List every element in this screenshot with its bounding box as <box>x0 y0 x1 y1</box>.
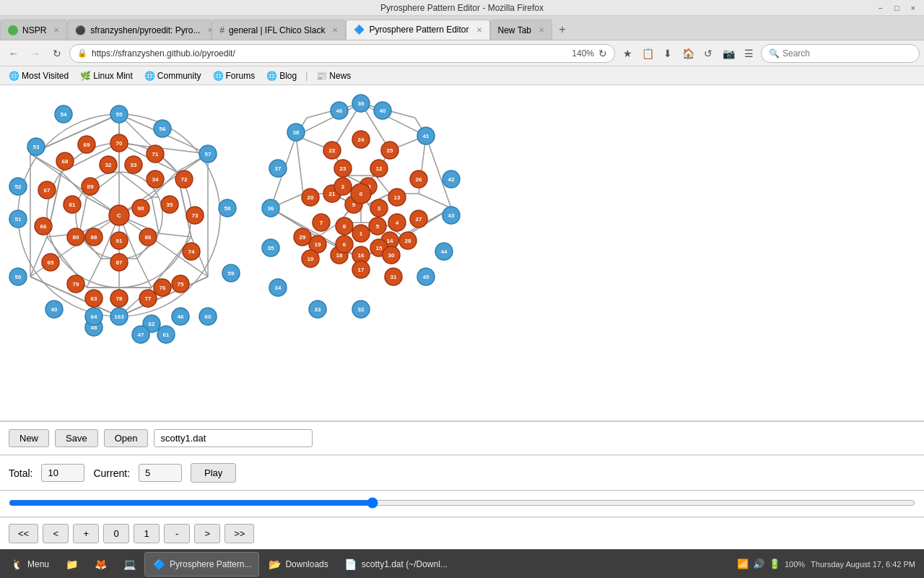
total-input[interactable] <box>41 464 84 482</box>
plus-btn[interactable]: + <box>73 524 99 543</box>
taskbar-pyrosphere[interactable]: 🔷 Pyrosphere Pattern... <box>144 552 259 577</box>
svg-text:52: 52 <box>15 184 22 190</box>
downloads-icon: 📂 <box>268 558 281 571</box>
system-tray: 📶 🔊 🔋 100% <box>737 558 805 569</box>
tab-close-newtab[interactable]: ✕ <box>539 26 544 34</box>
zoom-badge[interactable]: 140% <box>572 48 594 59</box>
bookmark-news[interactable]: 📰 News <box>313 69 354 82</box>
svg-text:32: 32 <box>358 306 365 313</box>
svg-text:31: 31 <box>391 274 397 280</box>
home-btn[interactable]: 🏠 <box>679 44 697 63</box>
tab-close-ifl[interactable]: ✕ <box>332 26 338 34</box>
svg-text:56: 56 <box>160 126 166 132</box>
taskbar-browser[interactable]: 🦊 <box>87 552 114 577</box>
svg-text:49: 49 <box>51 306 58 313</box>
new-tab-btn[interactable]: + <box>552 20 572 40</box>
tab-label-pyrosphere: Pyrosphere Pattern Editor <box>369 25 468 35</box>
svg-text:75: 75 <box>178 281 184 288</box>
tab-label-nspr: NSPR <box>22 25 46 35</box>
tab-close-pyrosphere[interactable]: ✕ <box>476 26 482 34</box>
browser-icon: 🦊 <box>94 558 107 571</box>
back-btn[interactable]: ← <box>4 44 23 63</box>
bookmark-blog[interactable]: 🌐 Blog <box>263 69 300 82</box>
zero-btn[interactable]: 0 <box>103 524 129 543</box>
svg-text:21: 21 <box>329 191 336 197</box>
save-button[interactable]: Save <box>55 429 98 447</box>
tab-nspr[interactable]: NSPR ✕ <box>0 20 67 40</box>
svg-text:57: 57 <box>205 151 212 158</box>
close-btn[interactable]: × <box>908 4 918 12</box>
reload-icon[interactable]: ↻ <box>598 48 607 59</box>
tab-github[interactable]: ⚫ sfranzyshen/pyroedit: Pyro... ✕ <box>67 20 212 40</box>
svg-text:86: 86 <box>145 234 152 241</box>
svg-line-162 <box>296 136 303 194</box>
minus-btn[interactable]: - <box>164 524 190 543</box>
svg-text:70: 70 <box>116 140 123 147</box>
taskbar-scotty-label: scotty1.dat (~/Downl... <box>362 559 448 569</box>
titlebar-controls[interactable]: − □ × <box>875 4 918 12</box>
current-input[interactable] <box>139 464 182 482</box>
navbar: ← → ↻ 🔒 https://sfranzyshen.github.io/py… <box>0 40 924 66</box>
svg-text:22: 22 <box>329 147 336 154</box>
minimize-btn[interactable]: − <box>875 4 885 12</box>
tab-newtab[interactable]: New Tab ✕ <box>490 20 552 40</box>
next-btn[interactable]: > <box>194 524 220 543</box>
network-icon[interactable]: 📶 <box>737 558 749 569</box>
svg-text:29: 29 <box>300 234 306 241</box>
svg-text:63: 63 <box>91 296 97 302</box>
bookmark-forums[interactable]: 🌐 Forums <box>210 69 258 82</box>
one-btn[interactable]: 1 <box>134 524 160 543</box>
svg-text:6: 6 <box>343 241 346 248</box>
tab-close-nspr[interactable]: ✕ <box>53 26 59 34</box>
taskbar-terminal[interactable]: 💻 <box>116 552 143 577</box>
svg-text:44: 44 <box>441 249 448 255</box>
download-btn[interactable]: ⬇ <box>658 44 677 63</box>
tab-ifl[interactable]: # general | IFL Chico Slack ✕ <box>212 20 346 40</box>
search-input[interactable] <box>783 48 912 59</box>
taskbar-scotty[interactable]: 📄 scotty1.dat (~/Downl... <box>337 552 455 577</box>
taskbar-clock: Thursday August 17, 6:42 PM <box>811 560 915 569</box>
taskbar-menu[interactable]: 🐧 Menu <box>3 552 56 577</box>
tab-pyrosphere[interactable]: 🔷 Pyrosphere Pattern Editor ✕ <box>346 20 489 40</box>
svg-text:16: 16 <box>358 252 365 259</box>
svg-text:91: 91 <box>116 238 123 244</box>
canvas-area[interactable]: 55 56 57 58 59 60 61 <box>0 85 924 420</box>
slider-row[interactable] <box>0 491 924 517</box>
volume-icon[interactable]: 🔊 <box>753 558 764 569</box>
fast-forward-btn[interactable]: >> <box>225 524 254 543</box>
right-graph[interactable]: 39 40 41 42 43 44 45 32 33 34 <box>245 92 476 338</box>
taskbar-downloads[interactable]: 📂 Downloads <box>261 552 335 577</box>
bookmark-community[interactable]: 🌐 Community <box>141 69 204 82</box>
screenshot-btn[interactable]: 📷 <box>719 44 738 63</box>
left-graph[interactable]: 55 56 57 58 59 60 61 <box>7 92 231 338</box>
svg-text:54: 54 <box>61 111 67 118</box>
bookmark-star-btn[interactable]: ★ <box>618 44 637 63</box>
forward-btn[interactable]: → <box>26 44 45 63</box>
bookmark-linux-mint[interactable]: 🌿 Linux Mint <box>77 69 136 82</box>
open-button[interactable]: Open <box>104 429 149 447</box>
taskbar-right: 📶 🔊 🔋 100% Thursday August 17, 6:42 PM <box>731 558 921 569</box>
svg-text:38: 38 <box>293 129 300 136</box>
progress-slider[interactable] <box>9 497 915 509</box>
refresh-icon-btn[interactable]: ↺ <box>699 44 718 63</box>
address-bar[interactable]: 🔒 https://sfranzyshen.github.io/pyroedit… <box>69 44 615 63</box>
battery-icon[interactable]: 🔋 <box>769 558 780 569</box>
bookmark-most-visited[interactable]: 🌐 Most Visited <box>6 69 71 82</box>
nav-buttons-row: << < + 0 1 - > >> <box>0 517 924 549</box>
reload-btn[interactable]: ↻ <box>48 44 66 63</box>
play-button[interactable]: Play <box>191 463 236 483</box>
url-text: https://sfranzyshen.github.io/pyroedit/ <box>92 48 567 59</box>
rewind-btn[interactable]: << <box>9 524 38 543</box>
filename-input[interactable] <box>154 429 313 447</box>
new-button[interactable]: New <box>9 429 49 447</box>
menu-btn[interactable]: ☰ <box>739 44 758 63</box>
maximize-btn[interactable]: □ <box>892 4 902 12</box>
svg-text:1: 1 <box>359 230 363 237</box>
total-label: Total: <box>9 467 32 479</box>
prev-btn[interactable]: < <box>43 524 69 543</box>
svg-text:42: 42 <box>448 176 455 183</box>
svg-text:66: 66 <box>40 223 47 230</box>
pocket-btn[interactable]: 📋 <box>638 44 657 63</box>
search-bar[interactable]: 🔍 <box>761 44 920 63</box>
taskbar-files[interactable]: 📁 <box>58 552 85 577</box>
